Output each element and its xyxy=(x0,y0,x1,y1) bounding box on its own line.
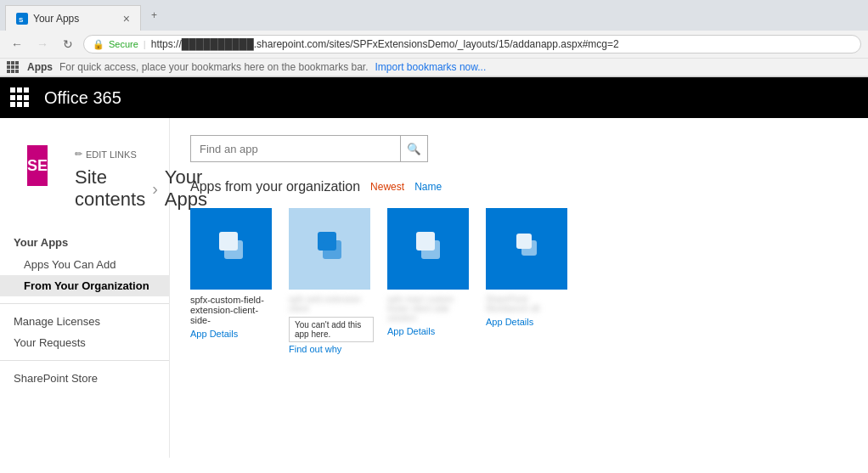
search-icon: 🔍 xyxy=(407,143,421,155)
bookmarks-apps-label: Apps xyxy=(27,61,53,73)
app-icon-2[interactable] xyxy=(289,208,370,290)
breadcrumb-part1: Site contents xyxy=(75,166,145,211)
app-launcher-icon[interactable] xyxy=(10,87,31,108)
svg-text:S: S xyxy=(19,16,24,23)
app-details-link-1[interactable]: App Details xyxy=(190,329,275,339)
apps-grid: spfx-custom-field-extension-client-side-… xyxy=(190,208,848,354)
app-name-3: spfx react custom footer client side sol… xyxy=(387,295,472,323)
sidebar-item-your-requests[interactable]: Your Requests xyxy=(0,332,169,353)
sidebar: SE ✏ EDIT LINKS Site contents › Your App… xyxy=(0,118,170,458)
avatar: SE xyxy=(27,145,48,186)
sidebar-divider-2 xyxy=(0,360,169,361)
forward-button[interactable]: → xyxy=(32,34,53,54)
app-name-1: spfx-custom-field-extension-client-side- xyxy=(190,295,275,325)
o365-title: Office 365 xyxy=(44,88,121,108)
app-details-link-4[interactable]: App Details xyxy=(486,317,571,327)
import-bookmarks-link[interactable]: Import bookmarks now... xyxy=(375,61,487,73)
svg-rect-7 xyxy=(421,240,440,259)
list-item: SharePoint Workbench dll App Details xyxy=(486,208,571,354)
sidebar-item-manage-licenses[interactable]: Manage Licenses xyxy=(0,311,169,332)
lock-icon: 🔒 xyxy=(93,39,104,50)
main-content: 🔍 Apps from your organization Newest Nam… xyxy=(170,118,868,458)
lock-label: Secure xyxy=(109,39,138,49)
sidebar-item-your-apps[interactable]: Your Apps xyxy=(0,231,169,254)
cant-add-message: You can't add this app here. xyxy=(289,317,374,342)
tab-favicon: S xyxy=(16,13,28,25)
search-bar-container: 🔍 xyxy=(190,135,428,162)
new-tab-button[interactable]: + xyxy=(141,5,167,31)
sort-newest-link[interactable]: Newest xyxy=(370,181,404,193)
breadcrumb-separator: › xyxy=(152,179,158,199)
bookmarks-hint: For quick access, place your bookmarks h… xyxy=(59,61,369,73)
search-button[interactable]: 🔍 xyxy=(400,136,427,161)
app-name-4: SharePoint Workbench dll xyxy=(486,295,571,313)
list-item: spfx web extension client You can't add … xyxy=(289,208,374,354)
app-icon-4[interactable] xyxy=(486,208,567,290)
tab-title: Your Apps xyxy=(33,13,116,25)
tab-close-button[interactable]: × xyxy=(123,12,130,25)
back-button[interactable]: ← xyxy=(7,34,27,54)
sort-name-link[interactable]: Name xyxy=(414,181,442,193)
find-out-why-link[interactable]: Find out why xyxy=(289,344,374,354)
address-bar[interactable]: 🔒 Secure | https://██████████.sharepoint… xyxy=(83,35,861,53)
sidebar-divider xyxy=(0,303,169,304)
section-title: Apps from your organization xyxy=(190,179,360,194)
sidebar-item-from-your-org[interactable]: From Your Organization xyxy=(0,275,169,296)
svg-rect-5 xyxy=(323,240,341,259)
bookmarks-apps-icon xyxy=(7,61,19,73)
list-item: spfx-custom-field-extension-client-side-… xyxy=(190,208,275,354)
address-divider: | xyxy=(144,39,146,49)
app-details-link-3[interactable]: App Details xyxy=(387,326,472,336)
search-input[interactable] xyxy=(191,138,400,160)
app-name-2: spfx web extension client xyxy=(289,295,374,313)
address-text: https://██████████.sharepoint.com/sites/… xyxy=(151,38,619,50)
section-header: Apps from your organization Newest Name xyxy=(190,179,848,194)
sidebar-nav: Your Apps Apps You Can Add From Your Org… xyxy=(0,231,169,389)
app-icon-3[interactable] xyxy=(387,208,469,290)
sidebar-item-sharepoint-store[interactable]: SharePoint Store xyxy=(0,368,169,389)
refresh-button[interactable]: ↻ xyxy=(58,34,78,54)
pencil-icon: ✏ xyxy=(75,149,82,160)
app-icon-1[interactable] xyxy=(190,208,272,290)
list-item: spfx react custom footer client side sol… xyxy=(387,208,472,354)
svg-rect-9 xyxy=(521,240,537,256)
svg-rect-3 xyxy=(224,240,243,259)
sidebar-item-apps-you-can-add[interactable]: Apps You Can Add xyxy=(0,254,169,275)
active-tab[interactable]: S Your Apps × xyxy=(5,5,141,31)
